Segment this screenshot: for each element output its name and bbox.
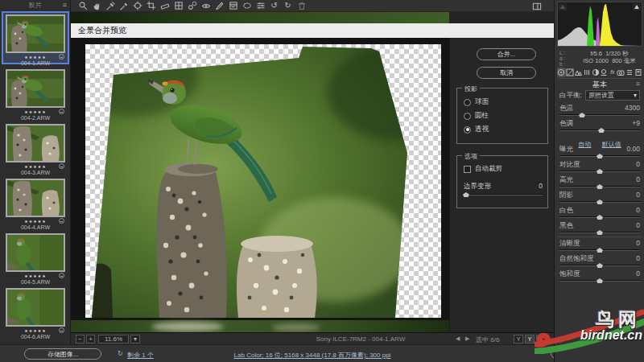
filmstrip-panel: 胶片 ≡ ★★★★★ 004-1.ARW ★★★★★ 004-2.ARW ★★★…	[0, 0, 71, 344]
radio-icon[interactable]	[464, 126, 471, 134]
projection-option-perspective[interactable]: 透视	[464, 125, 489, 134]
tab-hsl-grayscale[interactable]	[583, 68, 592, 77]
white-balance-tool-icon[interactable]	[105, 1, 115, 11]
dialog-cancel-button[interactable]: 取消	[477, 67, 536, 79]
slider-row: 饱和度0	[559, 270, 640, 283]
panorama-preview	[85, 44, 441, 318]
color-sampler-tool-icon[interactable]	[118, 1, 129, 11]
white-balance-select[interactable]: 原照设置 ▾	[585, 90, 640, 101]
filmstrip-item[interactable]: ★★★★★ 004-5.ARW	[2, 230, 69, 283]
targeted-adjustment-tool-icon[interactable]	[132, 1, 142, 11]
filmstrip-item[interactable]: ★★★★★ 004-6.ARW	[2, 285, 69, 338]
filmstrip-item[interactable]: ★★★★★ 004-1.ARW	[2, 11, 69, 64]
adjustment-brush-tool-icon[interactable]	[214, 1, 225, 11]
tab-effects[interactable]: fx	[609, 68, 617, 77]
projection-option-spherical[interactable]: 球面	[464, 97, 489, 107]
tab-camera-calibration[interactable]	[617, 68, 625, 77]
zoom-out-button[interactable]: −	[76, 335, 85, 343]
contrast-slider[interactable]	[559, 168, 640, 174]
red-eye-removal-tool-icon[interactable]	[200, 1, 211, 11]
zoom-level-select[interactable]: 11.6%	[98, 335, 129, 343]
next-image-icon[interactable]: ▶	[465, 335, 469, 342]
shadows-slider[interactable]	[559, 199, 640, 204]
tab-tone-curve[interactable]	[566, 68, 575, 77]
highlights-slider[interactable]	[559, 183, 640, 189]
workflow-options-link[interactable]: Lab Color; 16 位; 5168 x 3448 (17.8 百万像素)…	[234, 351, 391, 360]
boundary-warp-label: 边界变形	[464, 182, 491, 191]
thumbnail-image	[6, 69, 65, 108]
slider-value: 0	[636, 176, 640, 183]
auto-crop-option[interactable]: 自动裁剪	[464, 164, 502, 174]
blacks-slider[interactable]	[559, 229, 640, 235]
highlight-clipping-indicator[interactable]	[633, 3, 641, 10]
filmstrip-menu-icon[interactable]: ≡	[63, 1, 67, 9]
rating-stars: ★★★★★	[24, 163, 46, 170]
radio-icon[interactable]	[464, 113, 471, 120]
preferences-icon[interactable]	[255, 1, 266, 11]
whites-slider[interactable]	[559, 214, 640, 220]
tint-slider[interactable]	[559, 127, 640, 133]
option-label: 自动裁剪	[475, 164, 502, 174]
slider-row: 色调+9	[559, 120, 640, 133]
slider-label: 色调	[559, 120, 573, 127]
save-image-button[interactable]: 存储图像...	[24, 348, 101, 360]
tab-lens-corrections[interactable]	[600, 68, 609, 77]
slider-value: 0	[636, 270, 640, 278]
zoom-in-button[interactable]: +	[86, 335, 95, 343]
tab-snapshots[interactable]	[634, 68, 642, 77]
panel-menu-icon[interactable]: ≡	[636, 80, 640, 88]
slider-label: 自然饱和度	[559, 255, 594, 262]
radio-icon[interactable]	[464, 99, 471, 106]
exposure-slider[interactable]	[559, 153, 640, 158]
slider-row: 对比度0	[559, 161, 640, 174]
toggle-panels-icon[interactable]	[531, 1, 542, 11]
slider-row: 阴影0	[559, 191, 640, 204]
temperature-slider[interactable]	[559, 112, 640, 117]
filmstrip-header: 胶片 ≡	[0, 0, 70, 10]
filmstrip-item[interactable]: ★★★★★ 004-4.ARW	[2, 175, 69, 228]
crop-tool-icon[interactable]	[146, 1, 156, 11]
slider-value: +9	[632, 120, 640, 127]
radial-filter-tool-icon[interactable]	[242, 1, 252, 11]
tab-split-toning[interactable]	[591, 68, 600, 77]
boundary-warp-thumb[interactable]	[463, 192, 469, 197]
rating-stars: ★★★★★	[24, 273, 46, 279]
preview-options-icon[interactable]: ≡	[536, 335, 546, 343]
filmstrip-item[interactable]: ★★★★★ 004-3.ARW	[2, 121, 69, 174]
zoom-dropdown-icon[interactable]: ▾	[130, 335, 140, 343]
tab-detail[interactable]	[574, 68, 583, 77]
thumbnail-image	[6, 124, 65, 162]
settings-badge-icon	[59, 273, 64, 278]
shadow-clipping-indicator[interactable]	[559, 3, 567, 10]
tab-basic[interactable]	[557, 68, 566, 77]
projection-option-cylindrical[interactable]: 圆柱	[464, 111, 489, 121]
option-label: 透视	[475, 125, 489, 134]
slider-value: 0	[636, 240, 640, 247]
filmstrip-item[interactable]: ★★★★★ 004-2.ARW	[2, 66, 69, 119]
rotate-right-icon[interactable]: ↻	[283, 1, 293, 11]
rating-stars: ★★★★★	[24, 327, 46, 334]
saturation-slider[interactable]	[559, 278, 640, 283]
tab-presets[interactable]	[625, 68, 634, 77]
prev-image-icon[interactable]: ◀	[456, 335, 460, 342]
processing-spinner-icon: ↻	[118, 350, 123, 357]
rotate-left-icon[interactable]: ↺	[269, 1, 279, 11]
straighten-tool-icon[interactable]	[159, 1, 170, 11]
graduated-filter-tool-icon[interactable]	[228, 1, 238, 11]
clarity-slider[interactable]	[559, 247, 640, 253]
hand-tool-icon[interactable]	[91, 1, 101, 11]
transform-tool-icon[interactable]	[173, 1, 184, 11]
before-after-toggle-icon[interactable]: Y	[514, 335, 523, 343]
swap-before-after-icon[interactable]: Y	[525, 335, 535, 343]
option-label: 圆柱	[475, 111, 489, 121]
exif-readout: f/5.6 1/320 秒 ISO 1000 800 毫米	[577, 50, 642, 64]
remaining-count-link[interactable]: 剩余 1 个	[127, 351, 154, 360]
checkbox-icon[interactable]	[464, 166, 471, 173]
boundary-warp-slider[interactable]	[464, 191, 543, 197]
zoom-tool-icon[interactable]	[77, 1, 88, 11]
merge-button[interactable]: 合并...	[477, 48, 536, 60]
delete-icon[interactable]	[296, 1, 307, 11]
vibrance-slider[interactable]	[559, 262, 640, 268]
spot-removal-tool-icon[interactable]	[187, 1, 197, 11]
settings-badge-icon	[59, 218, 64, 224]
